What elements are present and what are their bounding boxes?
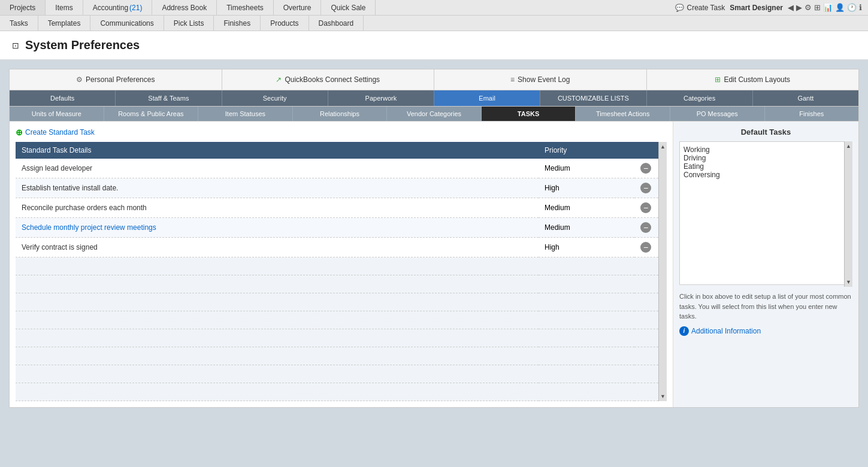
nav-communications[interactable]: Communications <box>90 16 164 31</box>
tab-event-log[interactable]: ≡ Show Event Log <box>434 69 647 90</box>
task-name-cell[interactable]: Verify contract is signed <box>16 238 539 257</box>
nav-dashboard[interactable]: Dashboard <box>309 16 364 31</box>
task-name-cell[interactable]: Schedule monthly project review meetings <box>16 218 539 238</box>
grid-tab-icon: ⊞ <box>715 75 721 84</box>
tab-email[interactable]: Email <box>434 90 540 106</box>
nav-projects[interactable]: Projects <box>0 0 46 15</box>
nav-tasks[interactable]: Tasks <box>0 16 38 31</box>
task-priority-cell: Medium <box>539 159 634 178</box>
tab-categories[interactable]: Categories <box>647 90 753 106</box>
nav-arrow-left-icon[interactable]: ◀ <box>788 3 794 12</box>
page-title: System Preferences <box>25 38 140 52</box>
table-row: Schedule monthly project review meetings… <box>16 218 658 238</box>
info-nav-icon[interactable]: ℹ <box>859 3 862 12</box>
table-row: Reconcile purchase orders each monthMedi… <box>16 198 658 218</box>
col-task-details: Standard Task Details <box>16 142 539 159</box>
tab-item-statuses[interactable]: Item Statuses <box>198 107 293 121</box>
tab-personal-prefs[interactable]: ⚙ Personal Preferences <box>10 69 222 90</box>
tab-units[interactable]: Units of Measure <box>10 107 104 121</box>
task-name-cell[interactable]: Establish tentative install date. <box>16 178 539 198</box>
task-priority-cell: High <box>539 238 634 257</box>
nav-arrow-right-icon[interactable]: ▶ <box>796 3 802 12</box>
table-empty-row <box>16 275 658 293</box>
expand-icon[interactable]: ⊡ <box>12 41 19 50</box>
task-table: Standard Task Details Priority Assign le… <box>16 142 658 401</box>
nav-finishes[interactable]: Finishes <box>214 16 261 31</box>
task-remove-cell[interactable]: − <box>634 198 658 218</box>
task-remove-cell[interactable]: − <box>634 178 658 198</box>
default-tasks-info: Click in box above to edit setup a list … <box>679 292 852 322</box>
task-priority-cell: Medium <box>539 218 634 238</box>
nav-row-2: Tasks Templates Communications Pick List… <box>0 16 868 31</box>
chart-icon[interactable]: 📊 <box>823 3 833 12</box>
table-row: Verify contract is signedHigh− <box>16 238 658 257</box>
table-row: Establish tentative install date.High− <box>16 178 658 198</box>
list-tab-icon: ≡ <box>510 75 515 84</box>
tab-security[interactable]: Security <box>222 90 328 106</box>
remove-task-button[interactable]: − <box>640 242 651 253</box>
task-panel: ⊕ Create Standard Task Standard Task Det… <box>10 122 673 407</box>
task-name-cell[interactable]: Assign lead developer <box>16 159 539 178</box>
scroll-down-arrow[interactable]: ▼ <box>659 392 667 401</box>
info-icon: i <box>679 326 689 336</box>
settings-icon[interactable]: ⚙ <box>805 3 812 12</box>
nav-templates[interactable]: Templates <box>38 16 91 31</box>
default-tasks-textarea[interactable] <box>679 141 852 285</box>
tab-rooms[interactable]: Rooms & Public Areas <box>104 107 199 121</box>
col-action <box>634 142 658 159</box>
nav-products[interactable]: Products <box>261 16 309 31</box>
create-standard-task-button[interactable]: ⊕ Create Standard Task <box>16 128 667 137</box>
tab-customizable-lists[interactable]: CUSTOMIZABLE LISTS <box>540 90 646 106</box>
nav-quick-sale[interactable]: Quick Sale <box>321 0 376 15</box>
tab-finishes[interactable]: Finishes <box>765 107 859 121</box>
textarea-scroll-up[interactable]: ▲ <box>845 141 852 151</box>
tab-quickbooks[interactable]: ↗ QuickBooks Connect Settings <box>222 69 435 90</box>
task-priority-cell: Medium <box>539 198 634 218</box>
table-scrollbar[interactable]: ▲ ▼ <box>658 142 667 401</box>
additional-info-link[interactable]: i Additional Information <box>679 326 852 336</box>
tab-custom-layouts[interactable]: ⊞ Edit Custom Layouts <box>647 69 859 90</box>
tab-tasks[interactable]: TASKS <box>482 107 576 121</box>
task-remove-cell[interactable]: − <box>634 159 658 178</box>
task-remove-cell[interactable]: − <box>634 218 658 238</box>
task-name-cell[interactable]: Reconcile purchase orders each month <box>16 198 539 218</box>
tab-vendor-cats[interactable]: Vendor Categories <box>387 107 482 121</box>
nav-timesheets[interactable]: Timesheets <box>217 0 274 15</box>
main-content: ⚙ Personal Preferences ↗ QuickBooks Conn… <box>0 60 868 417</box>
remove-task-button[interactable]: − <box>640 183 651 193</box>
table-empty-row <box>16 365 658 383</box>
content-area: ⊕ Create Standard Task Standard Task Det… <box>9 122 859 408</box>
nav-accounting[interactable]: Accounting(21) <box>83 0 153 15</box>
nav-pick-lists[interactable]: Pick Lists <box>164 16 214 31</box>
tab-paperwork[interactable]: Paperwork <box>328 90 434 106</box>
scroll-up-arrow[interactable]: ▲ <box>659 142 667 151</box>
tab-staff-teams[interactable]: Staff & Teams <box>116 90 222 106</box>
remove-task-button[interactable]: − <box>640 163 651 174</box>
person-icon[interactable]: 👤 <box>835 3 845 12</box>
nav-overture[interactable]: Overture <box>274 0 322 15</box>
task-priority-cell: High <box>539 178 634 198</box>
remove-task-button[interactable]: − <box>640 222 651 233</box>
task-remove-cell[interactable]: − <box>634 238 658 257</box>
tab-gantt[interactable]: Gantt <box>753 90 858 106</box>
tab-timesheet-actions[interactable]: Timesheet Actions <box>576 107 670 121</box>
tab-po-messages[interactable]: PO Messages <box>670 107 765 121</box>
nav-items[interactable]: Items <box>46 0 83 15</box>
table-empty-row <box>16 293 658 311</box>
clock-icon[interactable]: 🕐 <box>847 3 857 12</box>
tab-defaults[interactable]: Defaults <box>10 90 116 106</box>
tab-panel-level1: ⚙ Personal Preferences ↗ QuickBooks Conn… <box>9 69 859 90</box>
remove-task-button[interactable]: − <box>640 202 651 213</box>
default-tasks-title: Default Tasks <box>679 128 852 137</box>
col-priority: Priority <box>539 142 634 159</box>
table-empty-row <box>16 347 658 365</box>
tab-relationships[interactable]: Relationships <box>293 107 388 121</box>
plus-icon: ⊕ <box>16 128 23 137</box>
textarea-scroll-down[interactable]: ▼ <box>845 277 852 287</box>
create-task-button[interactable]: 💬 Create Task <box>675 4 725 12</box>
table-row: Assign lead developerMedium− <box>16 159 658 178</box>
table-empty-row <box>16 311 658 329</box>
nav-address-book[interactable]: Address Book <box>152 0 217 15</box>
quickbooks-tab-icon: ↗ <box>276 75 282 84</box>
grid-icon[interactable]: ⊞ <box>814 3 821 12</box>
